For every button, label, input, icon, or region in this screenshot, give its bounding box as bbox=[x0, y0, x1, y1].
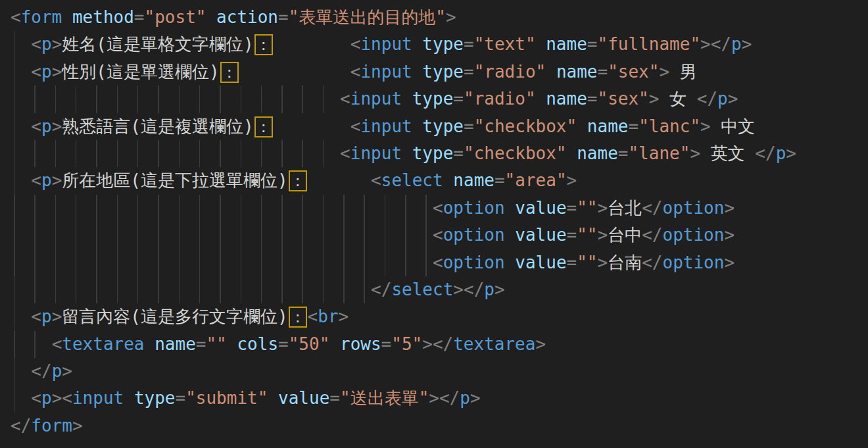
token-tag: input bbox=[72, 388, 124, 408]
token-punct: < bbox=[62, 388, 72, 408]
token-punct: = bbox=[464, 34, 474, 54]
token-punct: > bbox=[567, 170, 577, 190]
token-text bbox=[577, 116, 587, 136]
token-attr: type bbox=[412, 143, 454, 163]
code-chunk: <input type="text" name="fullname"></p> bbox=[350, 31, 752, 58]
token-tag: input bbox=[360, 34, 412, 54]
code-line-7[interactable]: <p>所在地區(這是下拉選單欄位)：<select name="area"> bbox=[0, 167, 868, 194]
token-text: 台北 bbox=[608, 198, 642, 218]
code-chunk: </select></p> bbox=[371, 276, 505, 303]
token-attr: name bbox=[577, 143, 618, 163]
token-punct: = bbox=[464, 116, 474, 136]
token-str: "送出表單" bbox=[340, 388, 429, 408]
code-line-15[interactable]: <p><input type="submit" value="送出表單"></p… bbox=[0, 385, 868, 412]
code-chunk: <p><input type="submit" value="送出表單"></p… bbox=[31, 385, 480, 412]
token-str: "text" bbox=[474, 34, 536, 54]
code-line-8[interactable]: <option value="">台北</option> bbox=[0, 195, 868, 222]
token-punct: > bbox=[598, 198, 608, 218]
token-punct: > bbox=[659, 62, 669, 82]
token-attr: value bbox=[515, 225, 566, 245]
code-editor[interactable]: <form method="post" action="表單送出的目的地"><p… bbox=[0, 0, 868, 448]
indent-guides bbox=[11, 113, 31, 140]
token-tag: p bbox=[41, 170, 52, 190]
token-str: "post" bbox=[145, 7, 206, 27]
token-punct: < bbox=[31, 307, 41, 326]
token-punct: </ bbox=[464, 280, 484, 299]
indent-guides bbox=[11, 31, 31, 58]
token-str: "lane" bbox=[628, 143, 690, 163]
token-punct: = bbox=[587, 34, 598, 54]
token-attr: type bbox=[422, 62, 464, 82]
token-punct: > bbox=[700, 34, 711, 54]
token-text: 英文 bbox=[700, 143, 755, 163]
token-str: "50" bbox=[289, 334, 330, 354]
token-punct: < bbox=[31, 388, 41, 408]
token-punct: < bbox=[52, 334, 62, 354]
token-punct: > bbox=[649, 89, 660, 109]
token-text bbox=[567, 143, 577, 163]
code-line-5[interactable]: <p>熟悉語言(這是複選欄位)：<input type="checkbox" n… bbox=[0, 113, 868, 140]
token-attr: name bbox=[155, 334, 196, 354]
indent-guides bbox=[11, 276, 371, 303]
code-line-12[interactable]: <p>留言內容(這是多行文字欄位)：<br> bbox=[0, 303, 868, 330]
code-line-9[interactable]: <option value="">台中</option> bbox=[0, 222, 868, 249]
code-line-2[interactable]: <p>姓名(這是單格文字欄位)：<input type="text" name=… bbox=[0, 31, 868, 58]
token-punct: < bbox=[340, 143, 350, 163]
code-line-6[interactable]: <input type="checkbox" name="lane"> 英文 <… bbox=[0, 140, 868, 167]
token-attr: action bbox=[216, 7, 278, 27]
token-str: "sex" bbox=[608, 62, 659, 82]
token-str: "5" bbox=[391, 334, 422, 354]
code-chunk: <p>留言內容(這是多行文字欄位)：<br> bbox=[31, 303, 349, 330]
token-punct: = bbox=[329, 388, 340, 408]
indent-guides bbox=[11, 303, 31, 330]
token-tag: select bbox=[391, 280, 453, 299]
token-text: 男 bbox=[669, 62, 697, 82]
token-punct: < bbox=[340, 89, 350, 109]
token-punct: </ bbox=[711, 34, 731, 54]
token-tag: form bbox=[21, 7, 62, 27]
unicode-highlight-box: ： bbox=[254, 116, 273, 137]
indent-guides bbox=[11, 140, 340, 167]
token-str: "" bbox=[577, 225, 597, 245]
token-text bbox=[505, 253, 516, 272]
token-str: "lanc" bbox=[639, 116, 700, 136]
code-chunk: </p> bbox=[31, 358, 72, 385]
token-punct: < bbox=[350, 62, 361, 82]
code-line-4[interactable]: <input type="radio" name="sex"> 女 </p> bbox=[0, 86, 868, 112]
token-tag: input bbox=[360, 116, 412, 136]
token-attr: value bbox=[278, 388, 329, 408]
code-line-13[interactable]: <textarea name="" cols="50" rows="5"></t… bbox=[0, 331, 868, 358]
token-tag: p bbox=[41, 34, 52, 54]
code-line-14[interactable]: </p> bbox=[0, 358, 868, 385]
token-text bbox=[145, 334, 155, 354]
code-chunk: <input type="checkbox" name="lane"> 英文 <… bbox=[340, 140, 796, 167]
token-punct: < bbox=[31, 62, 41, 82]
token-punct: < bbox=[350, 34, 361, 54]
token-text: 留言內容(這是多行文字欄位) bbox=[62, 307, 287, 326]
token-str: "checkbox" bbox=[474, 116, 577, 136]
token-punct: </ bbox=[11, 416, 31, 436]
token-punct: > bbox=[742, 34, 752, 54]
token-text: 所在地區(這是下拉選單欄位) bbox=[62, 170, 287, 190]
indent-guides bbox=[11, 59, 31, 86]
token-str: "area" bbox=[505, 170, 567, 190]
token-attr: type bbox=[422, 116, 464, 136]
code-line-10[interactable]: <option value="">台南</option> bbox=[0, 249, 868, 276]
token-text bbox=[268, 388, 278, 408]
token-punct: = bbox=[196, 334, 206, 354]
token-text bbox=[412, 116, 423, 136]
code-line-3[interactable]: <p>性別(這是單選欄位)：<input type="radio" name="… bbox=[0, 59, 868, 86]
code-line-16[interactable]: </form> bbox=[0, 412, 868, 439]
token-tag: p bbox=[41, 307, 52, 326]
code-chunk: </form> bbox=[11, 412, 83, 439]
indent-guides bbox=[11, 222, 433, 249]
token-punct: = bbox=[567, 225, 577, 245]
token-text bbox=[412, 34, 423, 54]
unicode-highlight-box: ： bbox=[254, 34, 273, 55]
token-punct: > bbox=[598, 225, 608, 245]
code-line-11[interactable]: </select></p> bbox=[0, 276, 868, 303]
code-line-1[interactable]: <form method="post" action="表單送出的目的地"> bbox=[0, 4, 868, 31]
token-tag: input bbox=[360, 62, 412, 82]
token-punct: < bbox=[433, 225, 443, 245]
token-punct: = bbox=[176, 388, 186, 408]
